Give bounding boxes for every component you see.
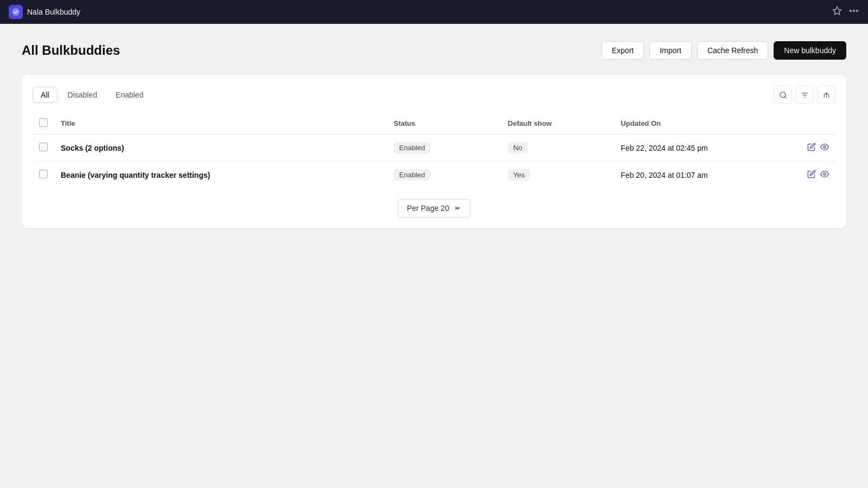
- svg-point-1: [850, 10, 852, 12]
- svg-point-0: [12, 8, 20, 16]
- updated-on-0: Feb 22, 2024 at 02:45 pm: [621, 144, 707, 152]
- svg-line-5: [784, 97, 786, 98]
- new-bulkbuddy-button[interactable]: New bulkbuddy: [774, 41, 846, 60]
- svg-point-3: [857, 10, 858, 12]
- table-toolbar: All Disabled Enabled: [33, 86, 835, 104]
- select-all-checkbox[interactable]: [39, 118, 48, 127]
- main-content: All Bulkbuddies Export Import Cache Refr…: [0, 24, 868, 246]
- pin-icon[interactable]: [832, 6, 842, 18]
- filter-tabs: All Disabled Enabled: [33, 87, 151, 103]
- table-row: Socks (2 options) Enabled No Feb 22, 202…: [33, 134, 835, 162]
- svg-point-12: [824, 146, 826, 148]
- edit-icon-0[interactable]: [807, 143, 816, 153]
- filter-tab-all[interactable]: All: [33, 87, 58, 103]
- filter-button[interactable]: [795, 86, 814, 104]
- col-header-updated-on: Updated On: [614, 113, 801, 134]
- cache-refresh-button[interactable]: Cache Refresh: [697, 41, 768, 60]
- filter-tab-disabled[interactable]: Disabled: [60, 87, 105, 103]
- header-actions: Export Import Cache Refresh New bulkbudd…: [602, 41, 846, 60]
- view-icon-1[interactable]: [820, 170, 829, 181]
- data-table: Title Status Default show Updated On Soc…: [33, 113, 835, 188]
- svg-point-2: [853, 10, 855, 12]
- view-icon-0[interactable]: [820, 143, 829, 153]
- filter-icon: [801, 91, 809, 99]
- table-row: Beanie (varying quantity tracker setting…: [33, 162, 835, 189]
- search-icon: [779, 91, 787, 99]
- col-header-title: Title: [54, 113, 387, 134]
- default-badge-0: No: [508, 142, 528, 153]
- col-header-actions: [801, 113, 835, 134]
- search-button[interactable]: [774, 86, 792, 104]
- per-page-button[interactable]: Per Page 20: [398, 199, 470, 217]
- import-button[interactable]: Import: [649, 41, 692, 60]
- svg-point-4: [780, 92, 785, 97]
- row-checkbox-1[interactable]: [39, 170, 48, 178]
- sort-icon: [822, 91, 831, 99]
- default-badge-1: Yes: [508, 169, 530, 181]
- row-actions-1: [807, 170, 829, 181]
- updated-on-1: Feb 20, 2024 at 01:07 am: [621, 171, 707, 179]
- status-badge-1: Enabled: [394, 169, 431, 181]
- toolbar-icons: [774, 86, 835, 104]
- topbar-right: [832, 5, 859, 18]
- col-header-default-show: Default show: [501, 113, 614, 134]
- topbar-left: Nala Bulkbuddy: [9, 5, 80, 19]
- page-header: All Bulkbuddies Export Import Cache Refr…: [22, 41, 846, 60]
- page-title: All Bulkbuddies: [22, 43, 120, 58]
- table-header: Title Status Default show Updated On: [33, 113, 835, 134]
- export-button[interactable]: Export: [602, 41, 644, 60]
- topbar: Nala Bulkbuddy: [0, 0, 868, 24]
- filter-tab-enabled[interactable]: Enabled: [107, 87, 151, 103]
- status-badge-0: Enabled: [394, 142, 431, 153]
- col-header-status: Status: [387, 113, 501, 134]
- sort-button[interactable]: [817, 86, 835, 104]
- per-page-label: Per Page 20: [407, 204, 449, 213]
- svg-point-13: [824, 173, 826, 175]
- row-checkbox-0[interactable]: [39, 143, 48, 151]
- row-title-1: Beanie (varying quantity tracker setting…: [61, 171, 210, 179]
- table-body: Socks (2 options) Enabled No Feb 22, 202…: [33, 134, 835, 189]
- row-title-0: Socks (2 options): [61, 144, 124, 152]
- chevron-updown-icon: [454, 204, 461, 212]
- row-actions-0: [807, 143, 829, 153]
- more-icon[interactable]: [848, 5, 859, 18]
- table-card: All Disabled Enabled: [22, 75, 846, 228]
- app-name: Nala Bulkbuddy: [27, 8, 80, 16]
- pagination-bar: Per Page 20: [33, 199, 835, 217]
- app-icon: [9, 5, 23, 19]
- edit-icon-1[interactable]: [807, 170, 816, 181]
